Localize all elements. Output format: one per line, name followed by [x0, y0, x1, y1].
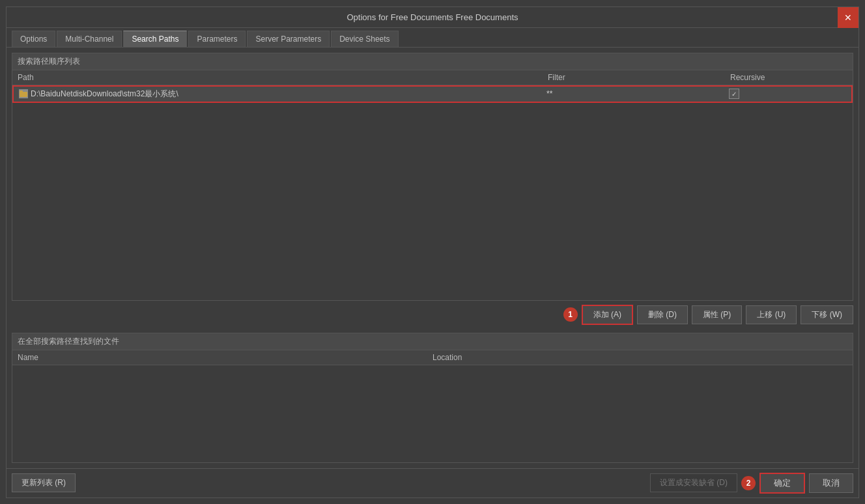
main-dialog: Options for Free Documents Free Document… [6, 7, 859, 498]
svg-rect-1 [20, 91, 23, 92]
bottom-right: 设置成安装缺省 (D) 2 确定 取消 [650, 473, 853, 494]
badge-2: 2 [741, 476, 756, 490]
filter-value: ** [546, 89, 729, 98]
refresh-button[interactable]: 更新列表 (R) [12, 473, 76, 492]
tab-parameters[interactable]: Parameters [188, 31, 246, 47]
delete-button[interactable]: 删除 (D) [637, 305, 688, 324]
tab-serverparameters[interactable]: Server Parameters [247, 31, 330, 47]
tab-options[interactable]: Options [12, 31, 55, 47]
tab-devicesheets[interactable]: Device Sheets [331, 31, 398, 47]
search-paths-table-header: Path Filter Recursive [12, 70, 853, 85]
main-content: 搜索路径顺序列表 Path Filter Recursive [7, 48, 858, 468]
path-cell: D:\BaiduNetdiskDownload\stm32最小系统\ [19, 89, 546, 100]
search-paths-section: 搜索路径顺序列表 Path Filter Recursive [12, 53, 853, 329]
properties-button[interactable]: 属性 (P) [692, 305, 742, 324]
svg-rect-0 [20, 92, 27, 97]
bottom-bar: 更新列表 (R) 设置成安装缺省 (D) 2 确定 取消 [7, 468, 858, 497]
table-row[interactable]: D:\BaiduNetdiskDownload\stm32最小系统\ ** ✓ [12, 85, 853, 103]
found-files-section: 在全部搜索路径查找到的文件 Name Location [12, 333, 853, 463]
title-bar: Options for Free Documents Free Document… [7, 7, 858, 28]
install-missing-button: 设置成安装缺省 (D) [650, 473, 737, 492]
found-files-header: 在全部搜索路径查找到的文件 [12, 333, 853, 350]
folder-icon [19, 89, 28, 98]
search-paths-header: 搜索路径顺序列表 [12, 53, 853, 70]
add-button[interactable]: 添加 (A) [582, 305, 633, 325]
recursive-cell: ✓ [729, 89, 846, 99]
col-path: Path [18, 73, 548, 82]
col-recursive: Recursive [730, 73, 847, 82]
action-bar: 1 添加 (A) 删除 (D) 属性 (P) 上移 (U) 下移 (W) [12, 301, 853, 329]
confirm-button[interactable]: 确定 [759, 473, 805, 494]
col-filter: Filter [548, 73, 730, 82]
col-location: Location [432, 353, 847, 362]
bottom-left: 更新列表 (R) [12, 473, 76, 492]
tab-searchpaths[interactable]: Search Paths [123, 31, 187, 47]
col-name: Name [18, 353, 432, 362]
cancel-button[interactable]: 取消 [809, 473, 853, 493]
dialog-title: Options for Free Documents Free Document… [347, 12, 518, 22]
recursive-checkbox[interactable]: ✓ [729, 89, 739, 99]
move-down-button[interactable]: 下移 (W) [801, 305, 853, 324]
close-button[interactable]: ✕ [838, 7, 858, 28]
badge-1: 1 [563, 307, 578, 322]
search-paths-table-body: D:\BaiduNetdiskDownload\stm32最小系统\ ** ✓ [12, 85, 853, 300]
tab-multichannel[interactable]: Multi-Channel [57, 31, 122, 47]
path-value: D:\BaiduNetdiskDownload\stm32最小系统\ [31, 89, 178, 100]
move-up-button[interactable]: 上移 (U) [746, 305, 797, 324]
found-files-table-header: Name Location [12, 350, 853, 365]
found-files-table-body [12, 365, 853, 462]
tab-bar: Options Multi-Channel Search Paths Param… [7, 28, 858, 48]
